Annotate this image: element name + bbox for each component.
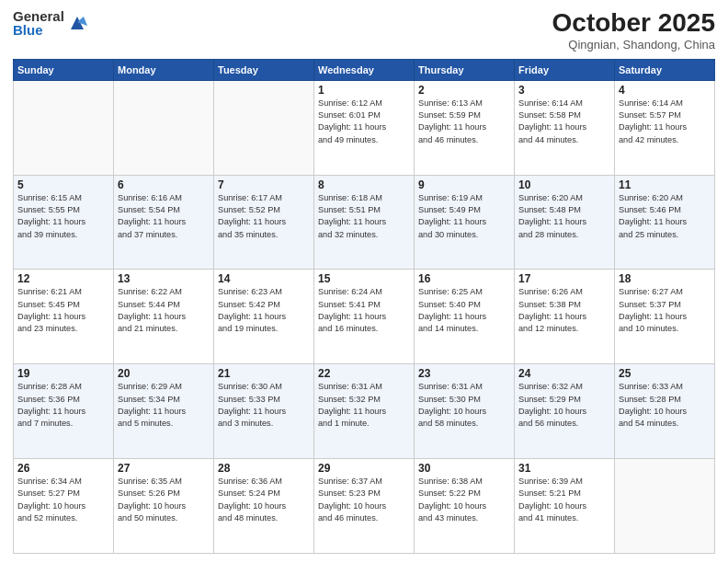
day-info: Sunrise: 6:15 AMSunset: 5:55 PMDaylight:… <box>17 192 109 241</box>
calendar-cell: 1Sunrise: 6:12 AMSunset: 6:01 PMDaylight… <box>314 80 415 175</box>
day-info: Sunrise: 6:13 AMSunset: 5:59 PMDaylight:… <box>418 98 510 146</box>
day-number: 28 <box>218 462 310 475</box>
week-row-2: 5Sunrise: 6:15 AMSunset: 5:55 PMDaylight… <box>14 175 715 270</box>
calendar-cell: 30Sunrise: 6:38 AMSunset: 5:22 PMDayligh… <box>415 459 515 554</box>
calendar-cell: 19Sunrise: 6:28 AMSunset: 5:36 PMDayligh… <box>14 364 114 459</box>
day-info: Sunrise: 6:14 AMSunset: 5:58 PMDaylight:… <box>518 98 610 146</box>
day-number: 26 <box>17 462 109 475</box>
logo-text: General Blue <box>13 9 64 37</box>
calendar-cell: 16Sunrise: 6:25 AMSunset: 5:40 PMDayligh… <box>415 270 515 364</box>
month-title: October 2025 <box>552 9 715 38</box>
calendar-cell: 27Sunrise: 6:35 AMSunset: 5:26 PMDayligh… <box>114 459 214 554</box>
day-number: 2 <box>418 84 510 97</box>
header: General Blue October 2025 Qingnian, Shan… <box>13 9 715 52</box>
day-number: 30 <box>418 462 510 475</box>
calendar-cell: 14Sunrise: 6:23 AMSunset: 5:42 PMDayligh… <box>214 270 314 364</box>
calendar-body: 1Sunrise: 6:12 AMSunset: 6:01 PMDaylight… <box>14 80 715 553</box>
calendar-header: Sunday Monday Tuesday Wednesday Thursday… <box>14 59 715 80</box>
col-sunday: Sunday <box>14 59 114 80</box>
day-info: Sunrise: 6:18 AMSunset: 5:51 PMDaylight:… <box>318 192 410 241</box>
calendar-cell: 2Sunrise: 6:13 AMSunset: 5:59 PMDaylight… <box>415 80 515 175</box>
calendar-cell: 5Sunrise: 6:15 AMSunset: 5:55 PMDaylight… <box>14 175 114 270</box>
day-number: 14 <box>218 272 310 285</box>
day-info: Sunrise: 6:33 AMSunset: 5:28 PMDaylight:… <box>619 381 711 430</box>
calendar-cell: 15Sunrise: 6:24 AMSunset: 5:41 PMDayligh… <box>314 270 415 364</box>
calendar-cell: 11Sunrise: 6:20 AMSunset: 5:46 PMDayligh… <box>615 175 715 270</box>
calendar-cell: 17Sunrise: 6:26 AMSunset: 5:38 PMDayligh… <box>515 270 615 364</box>
day-number: 16 <box>418 272 510 285</box>
day-number: 21 <box>218 367 310 380</box>
day-info: Sunrise: 6:31 AMSunset: 5:30 PMDaylight:… <box>418 381 510 430</box>
day-number: 25 <box>619 367 711 380</box>
calendar-cell: 12Sunrise: 6:21 AMSunset: 5:45 PMDayligh… <box>14 270 114 364</box>
day-number: 7 <box>218 178 310 191</box>
day-number: 19 <box>17 367 109 380</box>
day-info: Sunrise: 6:37 AMSunset: 5:23 PMDaylight:… <box>318 476 410 524</box>
calendar-cell: 9Sunrise: 6:19 AMSunset: 5:49 PMDaylight… <box>415 175 515 270</box>
day-info: Sunrise: 6:14 AMSunset: 5:57 PMDaylight:… <box>619 98 711 146</box>
day-number: 9 <box>418 178 510 191</box>
calendar-cell: 6Sunrise: 6:16 AMSunset: 5:54 PMDaylight… <box>114 175 214 270</box>
calendar-cell: 22Sunrise: 6:31 AMSunset: 5:32 PMDayligh… <box>314 364 415 459</box>
day-info: Sunrise: 6:27 AMSunset: 5:37 PMDaylight:… <box>619 286 711 335</box>
calendar-table: Sunday Monday Tuesday Wednesday Thursday… <box>13 59 715 554</box>
calendar-cell: 18Sunrise: 6:27 AMSunset: 5:37 PMDayligh… <box>615 270 715 364</box>
day-info: Sunrise: 6:39 AMSunset: 5:21 PMDaylight:… <box>518 476 610 524</box>
calendar-cell: 31Sunrise: 6:39 AMSunset: 5:21 PMDayligh… <box>515 459 615 554</box>
day-number: 12 <box>17 272 109 285</box>
calendar-cell: 26Sunrise: 6:34 AMSunset: 5:27 PMDayligh… <box>14 459 114 554</box>
day-info: Sunrise: 6:23 AMSunset: 5:42 PMDaylight:… <box>218 286 310 335</box>
day-info: Sunrise: 6:38 AMSunset: 5:22 PMDaylight:… <box>418 476 510 524</box>
day-info: Sunrise: 6:20 AMSunset: 5:48 PMDaylight:… <box>518 192 610 241</box>
day-info: Sunrise: 6:17 AMSunset: 5:52 PMDaylight:… <box>218 192 310 241</box>
calendar-cell: 13Sunrise: 6:22 AMSunset: 5:44 PMDayligh… <box>114 270 214 364</box>
day-info: Sunrise: 6:16 AMSunset: 5:54 PMDaylight:… <box>118 192 210 241</box>
page: General Blue October 2025 Qingnian, Shan… <box>0 0 728 563</box>
day-info: Sunrise: 6:36 AMSunset: 5:24 PMDaylight:… <box>218 476 310 524</box>
day-number: 3 <box>518 84 610 97</box>
day-info: Sunrise: 6:21 AMSunset: 5:45 PMDaylight:… <box>17 286 109 335</box>
day-info: Sunrise: 6:30 AMSunset: 5:33 PMDaylight:… <box>218 381 310 430</box>
calendar-cell: 29Sunrise: 6:37 AMSunset: 5:23 PMDayligh… <box>314 459 415 554</box>
day-number: 27 <box>118 462 210 475</box>
calendar-cell <box>114 80 214 175</box>
title-block: October 2025 Qingnian, Shandong, China <box>552 9 715 52</box>
day-info: Sunrise: 6:20 AMSunset: 5:46 PMDaylight:… <box>619 192 711 241</box>
week-row-3: 12Sunrise: 6:21 AMSunset: 5:45 PMDayligh… <box>14 270 715 364</box>
day-info: Sunrise: 6:12 AMSunset: 6:01 PMDaylight:… <box>318 98 410 146</box>
day-info: Sunrise: 6:26 AMSunset: 5:38 PMDaylight:… <box>518 286 610 335</box>
day-info: Sunrise: 6:22 AMSunset: 5:44 PMDaylight:… <box>118 286 210 335</box>
calendar-cell: 21Sunrise: 6:30 AMSunset: 5:33 PMDayligh… <box>214 364 314 459</box>
col-wednesday: Wednesday <box>314 59 415 80</box>
week-row-5: 26Sunrise: 6:34 AMSunset: 5:27 PMDayligh… <box>14 459 715 554</box>
day-info: Sunrise: 6:29 AMSunset: 5:34 PMDaylight:… <box>118 381 210 430</box>
day-number: 4 <box>619 84 711 97</box>
day-number: 17 <box>518 272 610 285</box>
day-info: Sunrise: 6:32 AMSunset: 5:29 PMDaylight:… <box>518 381 610 430</box>
col-tuesday: Tuesday <box>214 59 314 80</box>
col-thursday: Thursday <box>415 59 515 80</box>
calendar-cell: 10Sunrise: 6:20 AMSunset: 5:48 PMDayligh… <box>515 175 615 270</box>
day-info: Sunrise: 6:25 AMSunset: 5:40 PMDaylight:… <box>418 286 510 335</box>
day-number: 8 <box>318 178 410 191</box>
day-info: Sunrise: 6:35 AMSunset: 5:26 PMDaylight:… <box>118 476 210 524</box>
calendar-cell: 3Sunrise: 6:14 AMSunset: 5:58 PMDaylight… <box>515 80 615 175</box>
day-number: 5 <box>17 178 109 191</box>
day-info: Sunrise: 6:34 AMSunset: 5:27 PMDaylight:… <box>17 476 109 524</box>
day-info: Sunrise: 6:28 AMSunset: 5:36 PMDaylight:… <box>17 381 109 430</box>
day-number: 31 <box>518 462 610 475</box>
calendar-cell <box>615 459 715 554</box>
day-number: 11 <box>619 178 711 191</box>
day-number: 23 <box>418 367 510 380</box>
day-info: Sunrise: 6:19 AMSunset: 5:49 PMDaylight:… <box>418 192 510 241</box>
calendar-cell <box>14 80 114 175</box>
day-number: 18 <box>619 272 711 285</box>
day-number: 1 <box>318 84 410 97</box>
day-number: 10 <box>518 178 610 191</box>
calendar-cell: 25Sunrise: 6:33 AMSunset: 5:28 PMDayligh… <box>615 364 715 459</box>
day-number: 15 <box>318 272 410 285</box>
calendar-cell: 7Sunrise: 6:17 AMSunset: 5:52 PMDaylight… <box>214 175 314 270</box>
col-friday: Friday <box>515 59 615 80</box>
logo-general: General <box>13 9 64 23</box>
col-saturday: Saturday <box>615 59 715 80</box>
